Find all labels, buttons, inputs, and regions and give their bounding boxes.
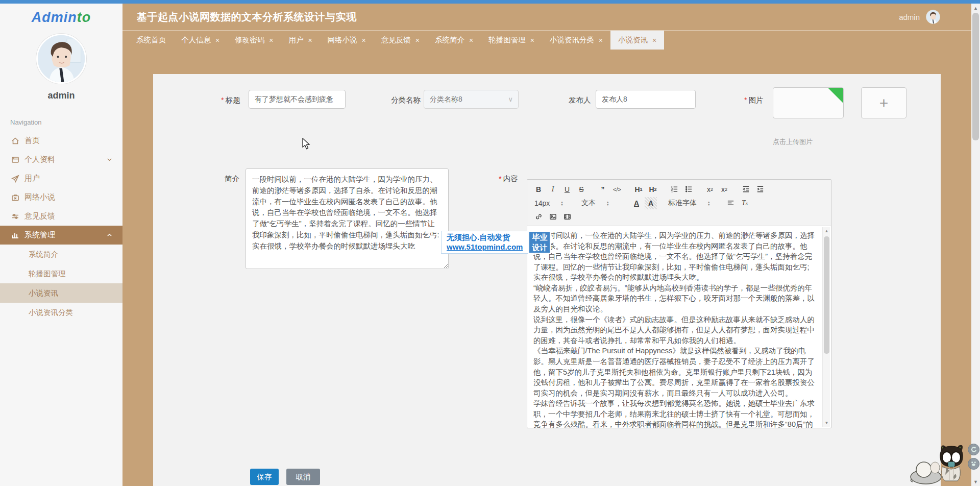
subscript-button[interactable]: x2 [704,183,716,196]
blockquote-button[interactable]: ” [597,183,609,196]
sidebar-item-profile[interactable]: 个人资料 [0,150,122,169]
close-icon[interactable]: × [599,36,603,44]
sidebar-item-novels[interactable]: 网络小说 [0,188,122,207]
publisher-label: 发布人 [569,95,591,105]
heading1-button[interactable]: H1 [632,183,645,196]
cancel-button[interactable]: 取消 [286,469,320,485]
tab-carousel[interactable]: 轮播图管理× [481,31,542,50]
image-icon[interactable] [547,211,559,223]
font-family-select[interactable]: 标准字体▴▾ [666,199,722,208]
scroll-up-icon[interactable]: ▲ [971,4,980,12]
tab-web-novel[interactable]: 网络小说× [320,31,374,50]
intro-textarea[interactable]: 一段时间以前，一位在港的大陆学生，因为学业的压力、前途的渺茫等诸多原因，选择了自… [246,168,449,269]
close-icon[interactable]: × [469,36,473,44]
content-paragraph: 一段时间以前，一位在港的大陆学生，因为学业的压力、前途的渺茫等诸多原因，选择了自… [533,230,817,283]
upload-hint[interactable]: 点击上传图片 [773,137,813,147]
tab-change-password[interactable]: 修改密码× [227,31,281,50]
indent-icon[interactable] [754,183,766,196]
app-logo[interactable]: Adminto [0,10,122,26]
close-icon[interactable]: × [530,36,534,44]
tab-novel-news[interactable]: 小说资讯× [610,31,664,50]
link-icon[interactable] [532,211,545,223]
sidebar-subitem-novel-news[interactable]: 小说资讯 [0,283,122,303]
underline-button[interactable]: U [561,183,573,196]
sidebar-item-label: 首页 [24,136,40,145]
editor-scrollbar[interactable]: ▲ ▼ [822,227,830,427]
mascot-button-1[interactable] [968,444,979,455]
sidebar-item-label: 个人资料 [24,155,55,164]
scroll-up-icon[interactable]: ▲ [823,227,830,235]
close-icon[interactable]: × [215,36,219,44]
logo-text-1: Admin [32,10,77,25]
header-avatar[interactable] [926,10,940,24]
strikethrough-button[interactable]: S [575,183,587,196]
sidebar-subitem-carousel[interactable]: 轮播图管理 [0,264,122,283]
text-color-button[interactable]: A [630,197,643,209]
mascot-widget[interactable] [909,434,972,486]
video-icon[interactable] [561,211,573,223]
font-size-select[interactable]: 14px▴▾ [532,199,577,207]
close-icon[interactable]: × [308,36,312,44]
save-button[interactable]: 保存 [250,469,279,485]
sidebar-subitem-system-intro[interactable]: 系统简介 [0,245,122,264]
sidebar-item-feedback[interactable]: 意见反馈 [0,207,122,226]
bullet-list-icon[interactable] [682,183,695,196]
watermark-text-box: 无须担心.自动发货 www.51topmind.com [441,231,528,254]
tab-system-intro[interactable]: 系统简介× [427,31,481,50]
page-title: 基于起点小说网数据的文本分析系统设计与实现 [122,10,357,24]
close-icon[interactable]: × [269,36,273,44]
publisher-input[interactable] [596,90,696,109]
close-icon[interactable]: × [362,36,366,44]
sidebar-item-system[interactable]: 系统管理 [0,226,122,245]
tab-users[interactable]: 用户× [281,31,320,50]
category-select[interactable]: 分类名称8 ∨ [424,90,519,109]
sidebar-item-users[interactable]: 用户 [0,169,122,188]
tab-novel-news-category[interactable]: 小说资讯分类× [542,31,610,50]
italic-button[interactable]: I [547,183,559,196]
clear-format-button[interactable]: Tx [739,197,751,209]
scroll-thumb[interactable] [972,13,979,140]
sidebar-item-home[interactable]: 首页 [0,131,122,150]
bold-button[interactable]: B [532,183,545,196]
content-label: *内容 [499,174,518,184]
code-button[interactable]: </> [611,183,623,196]
highlight-color-button[interactable]: A [645,197,657,209]
paw-icon [970,460,977,467]
tab-label: 轮播图管理 [488,35,526,45]
align-icon[interactable] [724,197,737,209]
scroll-thumb[interactable] [824,236,829,354]
sidebar-item-label: 意见反馈 [24,211,55,221]
user-avatar[interactable] [36,34,86,84]
ordered-list-icon[interactable] [668,183,680,196]
sidebar-item-label: 网络小说 [24,192,55,202]
tab-system-home[interactable]: 系统首页 [129,31,174,50]
tab-feedback[interactable]: 意见反馈× [374,31,427,50]
superscript-button[interactable]: x2 [718,183,730,196]
add-image-button[interactable]: + [861,87,906,118]
editor-content[interactable]: 一段时间以前，一位在港的大陆学生，因为学业的压力、前途的渺茫等诸多原因，选择了自… [527,226,831,428]
uploaded-image-thumb[interactable] [773,87,844,118]
heading2-button[interactable]: H2 [647,183,659,196]
chevron-down-icon [107,157,112,162]
close-icon[interactable]: × [652,36,656,44]
close-icon[interactable]: × [415,36,420,44]
outdent-icon[interactable] [740,183,752,196]
logo-text-2: to [77,10,91,25]
scroll-down-icon[interactable]: ▼ [971,477,980,486]
scroll-down-icon[interactable]: ▼ [823,419,830,427]
mascot-button-2[interactable] [968,458,979,470]
x-glyph: x [721,185,725,193]
tab-personal-info[interactable]: 个人信息× [174,31,227,50]
page-scrollbar[interactable]: ▲ ▼ [971,4,980,486]
sidebar-subitem-novel-news-category[interactable]: 小说资讯分类 [0,303,122,322]
header-user[interactable]: admin [899,4,940,30]
title-input[interactable] [249,90,346,109]
tab-label: 小说资讯 [618,35,648,45]
sidebar-username: admin [0,90,122,101]
x-glyph: x [707,185,710,193]
content-paragraph: “峣峣者易折，皎皎者易污。”能够从内地高校到香港读书的学子，都是一些很优秀的年轻… [533,283,817,314]
chevron-down-icon: ∨ [508,95,513,103]
text-style-select[interactable]: 文本▴▾ [579,199,628,208]
sidebar-item-label: 系统管理 [24,230,55,240]
required-mark: * [499,175,502,183]
